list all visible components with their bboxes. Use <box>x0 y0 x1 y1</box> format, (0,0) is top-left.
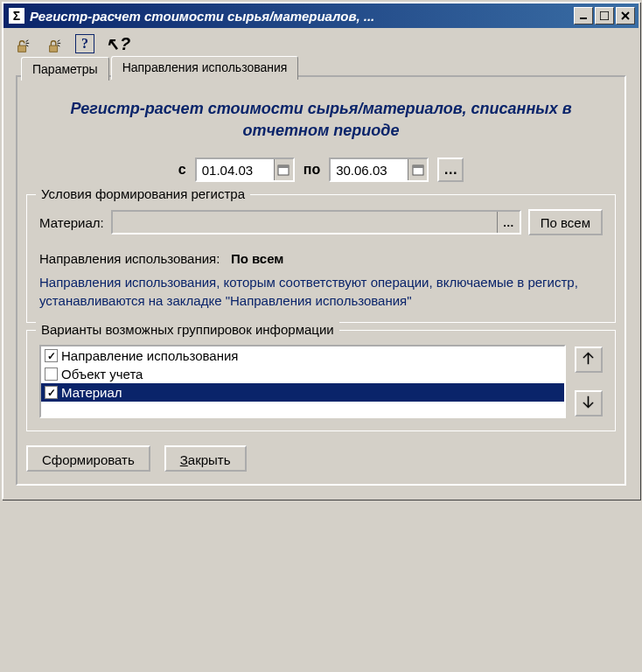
list-item-label: Направление использования <box>61 348 238 363</box>
period-close-icon[interactable] <box>44 33 65 54</box>
app-icon: Σ <box>9 8 24 24</box>
checkbox-icon[interactable]: ✓ <box>45 349 58 362</box>
material-input[interactable] <box>113 212 497 233</box>
svg-rect-1 <box>600 11 609 20</box>
close-button[interactable] <box>616 7 635 24</box>
date-from-field <box>195 158 295 182</box>
material-all-button[interactable]: По всем <box>528 209 603 235</box>
groupings-legend: Варианты возможных группировок информаци… <box>36 322 339 337</box>
direction-label: Направления использования: <box>39 251 220 266</box>
list-item[interactable]: Объект учета <box>41 365 564 383</box>
tab-directions[interactable]: Направления использования <box>111 56 299 80</box>
svg-rect-0 <box>580 18 587 19</box>
direction-line: Направления использования: По всем <box>39 251 603 266</box>
groupings-list[interactable]: ✓ Направление использования Объект учета… <box>39 345 566 418</box>
list-item[interactable]: ✓ Направление использования <box>41 346 564 365</box>
date-from-picker-icon[interactable] <box>274 159 293 180</box>
tabs: Параметры Направления использования <box>21 56 300 80</box>
list-item-label: Объект учета <box>61 367 143 382</box>
date-from-label: с <box>178 162 186 178</box>
conditions-legend: Условия формирования регистра <box>36 186 250 201</box>
tab-panel: Параметры Направления использования Реги… <box>16 75 626 486</box>
material-field: … <box>111 210 521 234</box>
material-label: Материал: <box>39 215 104 230</box>
date-to-label: по <box>304 162 320 178</box>
svg-rect-7 <box>413 165 423 168</box>
date-range-row: с по … <box>26 158 616 182</box>
maximize-button[interactable] <box>595 7 614 24</box>
arrow-down-icon: 🡣 <box>582 396 596 411</box>
list-item[interactable]: ✓ Материал <box>41 383 564 402</box>
material-lookup-icon[interactable]: … <box>497 212 520 233</box>
period-select-button[interactable]: … <box>437 158 464 182</box>
arrow-up-icon: 🡡 <box>582 352 596 368</box>
svg-rect-5 <box>278 165 289 168</box>
move-up-button[interactable]: 🡡 <box>575 346 603 373</box>
move-down-button[interactable]: 🡣 <box>575 390 603 416</box>
bottom-buttons: Сформировать Закрыть <box>26 445 616 472</box>
date-to-picker-icon[interactable] <box>408 159 427 180</box>
fieldset-groupings: Варианты возможных группировок информаци… <box>26 330 616 431</box>
tab-parameters[interactable]: Параметры <box>21 57 109 80</box>
close-dialog-button[interactable]: Закрыть <box>164 445 247 472</box>
list-item-label: Материал <box>61 385 122 400</box>
titlebar: Σ Регистр-расчет стоимости сырья/материа… <box>3 4 639 28</box>
window-title: Регистр-расчет стоимости сырья/материало… <box>30 9 574 24</box>
date-to-input[interactable] <box>331 159 408 180</box>
help-icon[interactable]: ? <box>75 34 94 53</box>
page-heading: Регистр-расчет стоимости сырья/материало… <box>26 98 616 142</box>
checkbox-icon[interactable] <box>45 368 58 381</box>
generate-button[interactable]: Сформировать <box>26 445 150 472</box>
toolbar: ? ↖? <box>3 28 639 60</box>
checkbox-icon[interactable]: ✓ <box>45 386 58 399</box>
context-help-icon[interactable]: ↖? <box>105 33 130 54</box>
date-to-field <box>329 158 429 182</box>
minimize-button[interactable] <box>574 7 593 24</box>
direction-value: По всем <box>231 251 284 266</box>
conditions-help-text: Направления использования, которым соотв… <box>39 273 603 310</box>
date-from-input[interactable] <box>197 159 274 180</box>
app-window: Σ Регистр-расчет стоимости сырья/материа… <box>2 2 640 500</box>
period-open-icon[interactable] <box>12 33 33 54</box>
fieldset-conditions: Условия формирования регистра Материал: … <box>26 194 616 323</box>
